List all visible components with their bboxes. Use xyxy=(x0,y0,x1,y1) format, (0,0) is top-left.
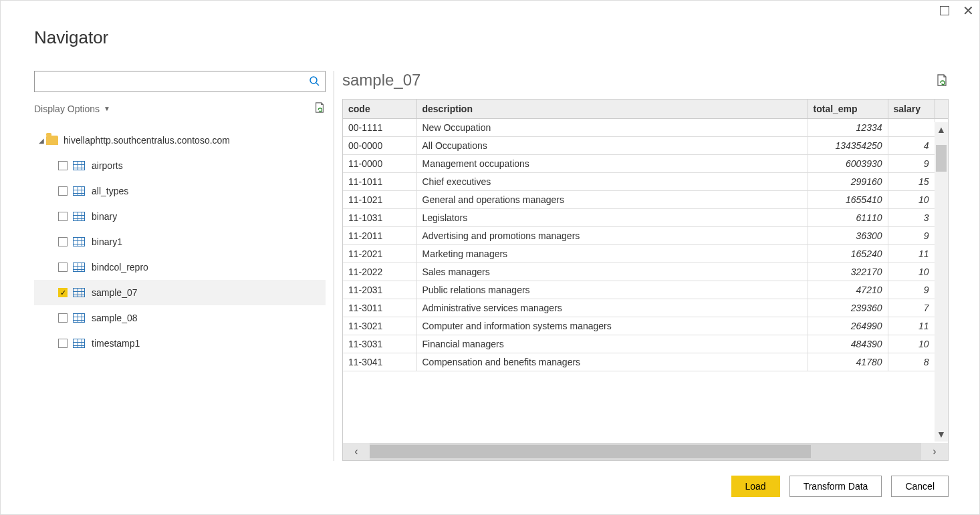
cell-total_emp: 6003930 xyxy=(808,155,888,173)
table-row[interactable]: 11-3031Financial managers48439010 xyxy=(343,335,948,353)
tree-root-label: hivellaphttp.southcentralus.contoso.com xyxy=(64,135,230,146)
tree-item-label: sample_07 xyxy=(92,287,138,298)
tree-item-sample_08[interactable]: sample_08 xyxy=(34,305,326,331)
checkbox[interactable] xyxy=(58,212,68,221)
tree-item-label: airports xyxy=(92,160,123,171)
load-button[interactable]: Load xyxy=(731,476,780,497)
expand-collapse-icon[interactable]: ◢ xyxy=(37,137,46,144)
checkbox[interactable] xyxy=(58,186,68,196)
checkbox[interactable] xyxy=(58,237,68,246)
checkbox[interactable]: ✓ xyxy=(58,288,68,297)
checkbox[interactable] xyxy=(58,161,68,170)
cell-salary: 15 xyxy=(888,173,935,191)
cell-salary: 11 xyxy=(888,245,935,263)
table-row[interactable]: 00-1111New Occupation12334 xyxy=(343,119,948,137)
scroll-up-icon[interactable]: ▲ xyxy=(935,122,948,137)
cell-description: Legislators xyxy=(416,209,808,227)
cell-description: All Occupations xyxy=(416,137,808,155)
tree-item-sample_07[interactable]: ✓sample_07 xyxy=(34,280,326,305)
tree-item-airports[interactable]: airports xyxy=(34,153,326,178)
checkbox[interactable] xyxy=(58,263,68,272)
hscroll-thumb[interactable] xyxy=(370,445,811,458)
vertical-scrollbar[interactable]: ▲ ▼ xyxy=(935,122,948,442)
tree-item-binary[interactable]: binary xyxy=(34,204,326,229)
table-row[interactable]: 11-3021Computer and information systems … xyxy=(343,317,948,335)
cell-total_emp: 12334 xyxy=(808,119,888,137)
cell-total_emp: 484390 xyxy=(808,335,888,353)
column-header-code[interactable]: code xyxy=(343,100,416,119)
tree-item-binary1[interactable]: binary1 xyxy=(34,229,326,254)
cell-total_emp: 47210 xyxy=(808,281,888,299)
tree-item-all_types[interactable]: all_types xyxy=(34,178,326,204)
restore-button[interactable] xyxy=(940,6,949,15)
cell-description: Advertising and promotions managers xyxy=(416,227,808,245)
column-header-salary[interactable]: salary xyxy=(888,100,935,119)
chevron-down-icon: ▼ xyxy=(104,105,110,112)
column-header-description[interactable]: description xyxy=(416,100,808,119)
table-row[interactable]: 11-3011Administrative services managers2… xyxy=(343,299,948,317)
display-options-dropdown[interactable]: Display Options ▼ xyxy=(34,104,110,114)
cell-code: 11-3031 xyxy=(343,335,416,353)
table-icon xyxy=(73,263,85,272)
display-options-label: Display Options xyxy=(34,104,100,114)
tree-item-label: timestamp1 xyxy=(92,338,140,349)
table-icon xyxy=(73,288,85,297)
table-row[interactable]: 11-1021General and operations managers16… xyxy=(343,191,948,209)
horizontal-scrollbar[interactable]: ‹ › xyxy=(343,443,948,460)
column-header-total_emp[interactable]: total_emp xyxy=(808,100,888,119)
svg-point-0 xyxy=(310,77,317,83)
cell-code: 11-1011 xyxy=(343,173,416,191)
transform-data-button[interactable]: Transform Data xyxy=(789,476,882,497)
cell-code: 11-2031 xyxy=(343,281,416,299)
cell-salary: 10 xyxy=(888,191,935,209)
cell-code: 11-1031 xyxy=(343,209,416,227)
table-row[interactable]: 11-1011Chief executives29916015 xyxy=(343,173,948,191)
cell-total_emp: 1655410 xyxy=(808,191,888,209)
cell-description: New Occupation xyxy=(416,119,808,137)
table-row[interactable]: 00-0000All Occupations1343542504 xyxy=(343,137,948,155)
cell-total_emp: 322170 xyxy=(808,263,888,281)
refresh-preview-icon[interactable] xyxy=(935,73,949,87)
cell-code: 11-2022 xyxy=(343,263,416,281)
table-icon xyxy=(73,313,85,323)
table-row[interactable]: 11-2031Public relations managers472109 xyxy=(343,281,948,299)
scroll-right-icon[interactable]: › xyxy=(921,443,948,460)
table-row[interactable]: 11-1031Legislators611103 xyxy=(343,209,948,227)
tree-item-timestamp1[interactable]: timestamp1 xyxy=(34,331,326,356)
preview-title: sample_07 xyxy=(342,71,420,90)
cell-total_emp: 41780 xyxy=(808,353,888,371)
table-row[interactable]: 11-2011Advertising and promotions manage… xyxy=(343,227,948,245)
table-row[interactable]: 11-2021Marketing managers16524011 xyxy=(343,245,948,263)
cell-salary: 9 xyxy=(888,155,935,173)
checkbox[interactable] xyxy=(58,313,68,323)
tree-root[interactable]: ◢hivellaphttp.southcentralus.contoso.com xyxy=(34,128,326,153)
tree-item-label: binary xyxy=(92,211,117,222)
search-input[interactable] xyxy=(40,75,309,88)
tree-item-label: sample_08 xyxy=(92,313,138,323)
page-refresh-icon[interactable] xyxy=(314,102,326,116)
cell-description: Computer and information systems manager… xyxy=(416,317,808,335)
cell-description: Compensation and benefits managers xyxy=(416,353,808,371)
table-row[interactable]: 11-3041Compensation and benefits manager… xyxy=(343,353,948,371)
cell-code: 11-1021 xyxy=(343,191,416,209)
close-button[interactable]: ✕ xyxy=(963,6,974,15)
cell-code: 00-1111 xyxy=(343,119,416,137)
table-icon xyxy=(73,237,85,246)
search-icon[interactable] xyxy=(309,75,320,88)
cancel-button[interactable]: Cancel xyxy=(891,476,949,497)
cell-code: 00-0000 xyxy=(343,137,416,155)
search-container[interactable] xyxy=(34,71,326,92)
vscroll-thumb[interactable] xyxy=(936,145,947,172)
cell-code: 11-3021 xyxy=(343,317,416,335)
cell-salary: 11 xyxy=(888,317,935,335)
cell-total_emp: 239360 xyxy=(808,299,888,317)
table-row[interactable]: 11-0000Management occupations60039309 xyxy=(343,155,948,173)
checkbox[interactable] xyxy=(58,339,68,348)
table-row[interactable]: 11-2022Sales managers32217010 xyxy=(343,263,948,281)
scroll-left-icon[interactable]: ‹ xyxy=(343,443,370,460)
tree-item-bindcol_repro[interactable]: bindcol_repro xyxy=(34,254,326,280)
dialog-title: Navigator xyxy=(34,27,108,48)
tree-item-label: all_types xyxy=(92,186,128,196)
scroll-down-icon[interactable]: ▼ xyxy=(935,427,948,442)
cell-total_emp: 36300 xyxy=(808,227,888,245)
